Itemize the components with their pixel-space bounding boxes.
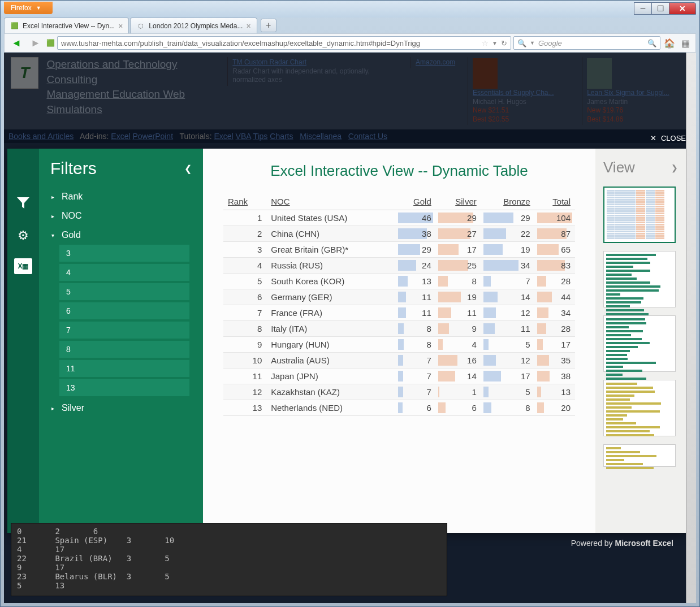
cell-total: 20 — [535, 400, 575, 416]
cell-noc: Italy (ITA) — [266, 321, 395, 337]
tab-close-icon[interactable]: × — [118, 21, 123, 31]
forward-button[interactable]: ► — [27, 36, 44, 50]
view-thumb-table[interactable] — [603, 187, 676, 243]
filter-chip[interactable]: 4 — [59, 264, 189, 281]
main-title: Excel Interactive View -- Dynamic Table — [223, 162, 575, 180]
cell-bronze: 22 — [481, 226, 535, 242]
table-row[interactable]: 8 Italy (ITA) 8 9 11 28 — [223, 321, 575, 337]
filter-chip[interactable]: 6 — [59, 302, 189, 319]
col-rank[interactable]: Rank — [223, 193, 266, 210]
filter-chip[interactable]: 3 — [59, 245, 189, 262]
view-thumb-bar-green2[interactable] — [603, 315, 676, 372]
filter-chip[interactable]: 5 — [59, 283, 189, 300]
cell-rank: 10 — [223, 353, 266, 368]
search-icon[interactable]: 🔍 — [647, 39, 656, 47]
table-row[interactable]: 6 Germany (GER) 11 19 14 44 — [223, 289, 575, 305]
url-text: www.tushar-mehta.com/publish_train/data_… — [61, 39, 478, 47]
cell-rank: 1 — [223, 210, 266, 226]
cell-rank: 5 — [223, 274, 266, 289]
dropdown-icon[interactable]: ▼ — [530, 40, 535, 46]
cell-gold: 7 — [396, 368, 436, 384]
cell-rank: 8 — [223, 321, 266, 337]
cell-gold: 13 — [396, 274, 436, 289]
favicon-icon: 🟩 — [10, 21, 19, 31]
cell-rank: 2 — [223, 226, 266, 242]
tab-london-olympics[interactable]: ◌ London 2012 Olympics Meda... × — [130, 18, 257, 33]
back-button[interactable]: ◄ — [8, 36, 25, 50]
filter-item-noc[interactable]: ▸NOC — [46, 206, 201, 226]
firefox-menu[interactable]: Firefox ▼ — [4, 2, 53, 14]
col-bronze[interactable]: Bronze — [481, 193, 535, 210]
table-row[interactable]: 4 Russia (RUS) 24 25 34 83 — [223, 258, 575, 274]
table-row[interactable]: 7 France (FRA) 11 11 12 34 — [223, 305, 575, 321]
filter-item-gold[interactable]: ▾Gold — [46, 226, 201, 245]
table-row[interactable]: 5 South Korea (KOR) 13 8 7 28 — [223, 274, 575, 289]
cell-rank: 4 — [223, 258, 266, 274]
tab-close-icon[interactable]: × — [246, 21, 250, 31]
cell-bronze: 8 — [481, 400, 535, 416]
table-row[interactable]: 12 Kazakhstan (KAZ) 7 1 5 13 — [223, 384, 575, 400]
cell-rank: 3 — [223, 242, 266, 258]
gear-icon[interactable]: ⚙ — [13, 226, 33, 246]
dev-console[interactable]: 0 2 6 21 Spain (ESP) 3 10 4 17 22 Brazil… — [11, 523, 447, 596]
view-thumb-bar-yellow2[interactable] — [603, 444, 676, 467]
cell-gold: 11 — [396, 305, 436, 321]
reload-icon[interactable]: ↻ — [501, 39, 507, 47]
page-scrollbar[interactable] — [686, 53, 696, 603]
col-noc[interactable]: NOC — [266, 193, 395, 210]
home-button[interactable]: 🏠 — [663, 36, 676, 50]
filter-item-silver[interactable]: ▸Silver — [46, 398, 201, 418]
cell-gold: 11 — [396, 289, 436, 305]
search-placeholder: Google — [538, 39, 562, 47]
chevron-right-icon[interactable]: ❯ — [671, 163, 678, 172]
filter-chip[interactable]: 7 — [59, 322, 189, 339]
view-thumb-bar-green[interactable] — [603, 251, 676, 307]
table-row[interactable]: 3 Great Britain (GBR)* 29 17 19 65 — [223, 242, 575, 258]
table-row[interactable]: 1 United States (USA) 46 29 29 104 — [223, 210, 575, 226]
filter-chip[interactable]: 11 — [59, 360, 189, 377]
tab-excel-interactive[interactable]: 🟩 Excel Interactive View -- Dyn... × — [4, 18, 129, 33]
cell-total: 28 — [535, 321, 575, 337]
table-row[interactable]: 13 Netherlands (NED) 6 6 8 20 — [223, 400, 575, 416]
minimize-button[interactable]: ─ — [634, 2, 652, 15]
table-row[interactable]: 2 China (CHN) 38 27 22 87 — [223, 226, 575, 242]
filter-chip[interactable]: 13 — [59, 379, 189, 396]
col-total[interactable]: Total — [535, 193, 575, 210]
table-row[interactable]: 10 Australia (AUS) 7 16 12 35 — [223, 353, 575, 368]
cell-total: 28 — [535, 274, 575, 289]
filter-chip[interactable]: 8 — [59, 341, 189, 358]
table-row[interactable]: 11 Japan (JPN) 7 14 17 38 — [223, 368, 575, 384]
col-silver[interactable]: Silver — [436, 193, 481, 210]
cell-total: 44 — [535, 289, 575, 305]
google-icon: 🔍 — [517, 39, 526, 47]
filters-icon-rail: ⚙ X▦ — [7, 149, 39, 533]
filter-item-rank[interactable]: ▸Rank — [46, 187, 201, 206]
cell-gold: 7 — [396, 384, 436, 400]
bookmark-star-icon[interactable]: ☆ — [482, 39, 489, 47]
cell-noc: Netherlands (NED) — [266, 400, 395, 416]
cell-bronze: 12 — [481, 353, 535, 368]
cell-silver: 6 — [436, 400, 481, 416]
cell-silver: 16 — [436, 353, 481, 368]
cell-bronze: 7 — [481, 274, 535, 289]
new-tab-button[interactable]: + — [261, 19, 276, 32]
close-icon: ✕ — [650, 134, 656, 142]
cell-gold: 6 — [396, 400, 436, 416]
view-thumb-bar-yellow[interactable] — [603, 380, 676, 436]
table-row[interactable]: 9 Hungary (HUN) 8 4 5 17 — [223, 337, 575, 353]
filter-icon[interactable] — [13, 193, 33, 213]
cell-bronze: 5 — [481, 384, 535, 400]
url-bar[interactable]: www.tushar-mehta.com/publish_train/data_… — [57, 36, 511, 50]
extension-button[interactable]: ▦ — [679, 36, 692, 50]
dropdown-icon[interactable]: ▼ — [492, 40, 498, 46]
medals-table: RankNOCGoldSilverBronzeTotal 1 United St… — [223, 193, 575, 416]
window-close-button[interactable]: ✕ — [669, 2, 696, 15]
col-gold[interactable]: Gold — [396, 193, 436, 210]
overlay-close[interactable]: ✕ CLOSE — [650, 134, 686, 142]
maximize-button[interactable]: ☐ — [651, 2, 669, 15]
cell-gold: 46 — [396, 210, 436, 226]
search-bar[interactable]: 🔍 ▼ Google 🔍 — [513, 36, 660, 50]
collapse-icon[interactable]: ❮ — [184, 163, 192, 174]
cell-noc: Australia (AUS) — [266, 353, 395, 368]
excel-icon[interactable]: X▦ — [14, 258, 32, 274]
